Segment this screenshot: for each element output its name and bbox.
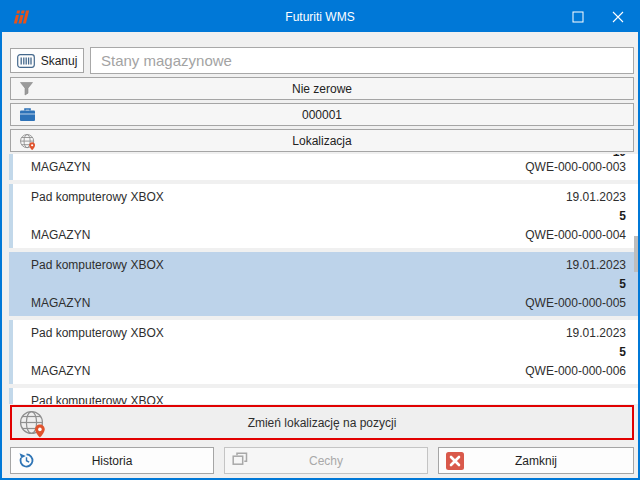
filter-document-button[interactable]: 000001 [10,103,634,126]
history-button-label: Historia [92,454,133,468]
row-product-name: Pad komputerowy XBOX [31,394,164,404]
filter-nonzero-label: Nie zerowe [11,82,633,96]
row-product-name: Pad komputerowy XBOX [31,326,164,340]
briefcase-icon [19,107,36,122]
row-date: 19.01.2023 [566,258,626,272]
row-location-code: QWE-000-000-005 [525,296,626,310]
close-button[interactable]: Zamknij [438,447,634,474]
maximize-icon [572,11,584,23]
list-row[interactable]: 10MAGAZYNQWE-000-000-003 [9,154,638,180]
row-qty: 5 [619,345,626,359]
features-button-label: Cechy [309,454,343,468]
copy-icon [232,452,248,471]
list-row[interactable]: Pad komputerowy XBOX19.01.20235MAGAZYNQW… [9,252,638,316]
funnel-icon [19,81,34,96]
history-icon [18,452,35,472]
row-location-code: QWE-000-000-004 [525,228,626,242]
features-button[interactable]: Cechy [224,447,428,474]
row-date: 19.01.2023 [566,326,626,340]
filter-location-label: Lokalizacja [11,134,633,148]
row-line-qty: 5 [31,209,626,223]
row-line-name: Pad komputerowy XBOX19.01.2023 [31,258,626,272]
window-title: Futuriti WMS [2,2,638,32]
app-logo-icon [11,9,33,29]
list-row[interactable]: Pad komputerowy XBOX [9,388,638,404]
row-line-location: MAGAZYNQWE-000-000-006 [31,364,626,378]
change-location-button[interactable]: Zmień lokalizację na pozycji [10,405,634,440]
row-product-name: Pad komputerowy XBOX [31,190,164,204]
filter-document-label: 000001 [11,108,633,122]
scan-button-label: Skanuj [41,54,78,68]
filter-nonzero-button[interactable]: Nie zerowe [10,77,634,100]
row-location: MAGAZYN [31,160,90,174]
titlebar: Futuriti WMS [2,2,638,32]
row-qty: 5 [619,277,626,291]
row-line-location: MAGAZYNQWE-000-000-005 [31,296,626,310]
row-qty: 10 [31,154,626,159]
row-date: 19.01.2023 [566,190,626,204]
row-line-qty: 5 [31,277,626,291]
row-line-name: Pad komputerowy XBOX [31,394,626,404]
row-location: MAGAZYN [31,228,90,242]
barcode-icon [17,54,35,68]
change-location-label: Zmień lokalizację na pozycji [248,416,397,430]
list-row[interactable]: Pad komputerowy XBOX19.01.20235MAGAZYNQW… [9,320,638,384]
globe-pin-icon [19,133,37,151]
row-qty: 5 [619,209,626,223]
row-product-name: Pad komputerowy XBOX [31,258,164,272]
search-input[interactable] [90,47,634,74]
row-location: MAGAZYN [31,296,90,310]
close-x-icon [446,452,464,473]
app-window: Futuriti WMS Skanuj [0,0,640,480]
globe-pin-icon [18,409,48,442]
scan-button[interactable]: Skanuj [10,48,84,73]
maximize-button[interactable] [560,2,596,32]
row-line-location: MAGAZYNQWE-000-000-003 [31,160,626,174]
row-line-qty: 5 [31,345,626,359]
row-line-name: Pad komputerowy XBOX19.01.2023 [31,190,626,204]
history-button[interactable]: Historia [10,447,214,474]
row-location-code: QWE-000-000-006 [525,364,626,378]
row-location: MAGAZYN [31,364,90,378]
row-location-code: QWE-000-000-003 [525,160,626,174]
scrollbar-thumb[interactable] [634,236,638,272]
close-icon [612,11,624,23]
row-line-location: MAGAZYNQWE-000-000-004 [31,228,626,242]
filter-location-button[interactable]: Lokalizacja [10,129,634,152]
close-window-button[interactable] [600,2,636,32]
close-button-label: Zamknij [515,454,557,468]
stock-list: 10MAGAZYNQWE-000-000-003Pad komputerowy … [9,154,638,404]
list-row[interactable]: Pad komputerowy XBOX19.01.20235MAGAZYNQW… [9,184,638,248]
row-line-name: Pad komputerowy XBOX19.01.2023 [31,326,626,340]
